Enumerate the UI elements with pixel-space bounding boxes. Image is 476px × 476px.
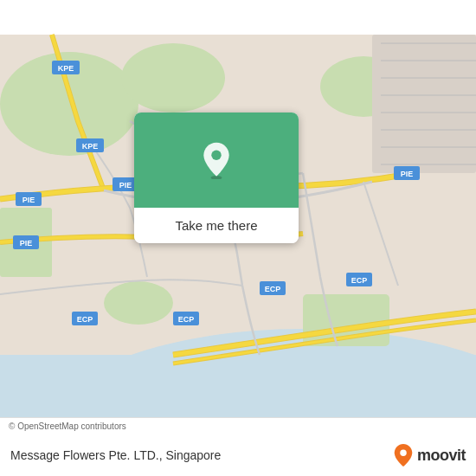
location-pin-icon: [197, 141, 235, 179]
attribution-row: © OpenStreetMap contributors: [0, 418, 476, 434]
svg-text:ECP: ECP: [351, 276, 368, 285]
card-map-area: [134, 113, 299, 208]
svg-text:KPE: KPE: [58, 64, 74, 73]
svg-rect-9: [372, 35, 476, 173]
moovit-brand-text: moovit: [417, 447, 466, 465]
svg-point-40: [400, 449, 406, 455]
svg-text:PIE: PIE: [23, 196, 35, 204]
svg-point-7: [104, 281, 173, 325]
place-name: Message Flowers Pte. LTD., Singapore: [10, 448, 221, 462]
attribution-text: © OpenStreetMap contributors: [9, 421, 126, 431]
svg-point-39: [211, 151, 221, 160]
svg-text:ECP: ECP: [265, 285, 281, 293]
moovit-logo: moovit: [393, 443, 466, 467]
svg-text:ECP: ECP: [178, 315, 195, 324]
svg-text:PIE: PIE: [20, 239, 33, 248]
svg-text:ECP: ECP: [77, 315, 93, 324]
moovit-pin-icon: [393, 443, 414, 467]
bottom-bar: © OpenStreetMap contributors Message Flo…: [0, 417, 476, 476]
svg-text:PIE: PIE: [119, 181, 132, 190]
info-row: Message Flowers Pte. LTD., Singapore moo…: [0, 434, 476, 476]
svg-text:KPE: KPE: [82, 142, 99, 151]
svg-point-4: [121, 43, 225, 113]
map-container: KPE KPE PIE PIE PIE PIE ECP ECP ECP ECP: [0, 0, 476, 476]
location-card: Take me there: [134, 113, 299, 243]
take-me-there-button[interactable]: Take me there: [134, 208, 299, 243]
svg-text:PIE: PIE: [401, 170, 414, 178]
